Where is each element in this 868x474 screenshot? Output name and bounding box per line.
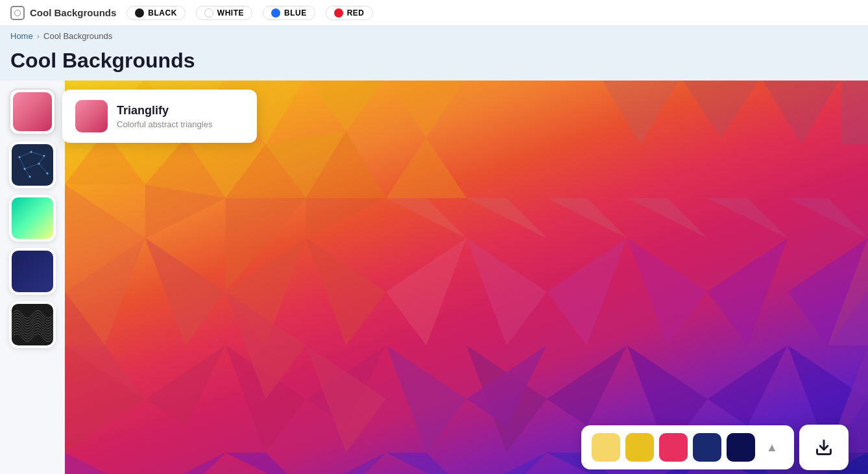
swatch-3[interactable] bbox=[693, 433, 721, 462]
main-content: Trianglify Colorful abstract triangles bbox=[0, 81, 868, 474]
palette-arrow[interactable]: ▲ bbox=[760, 436, 784, 459]
arrow-icon: ▲ bbox=[766, 441, 778, 455]
blue-dot bbox=[271, 8, 280, 18]
brand: Cool Backgrounds bbox=[10, 6, 116, 20]
sidebar-item-trianglify[interactable] bbox=[9, 88, 56, 135]
svg-marker-31 bbox=[306, 238, 386, 345]
svg-marker-77 bbox=[788, 198, 868, 238]
svg-line-13 bbox=[19, 157, 25, 169]
swatch-1[interactable] bbox=[625, 433, 654, 462]
color-filter-blue[interactable]: BLUE bbox=[263, 6, 315, 20]
tooltip-title: Trianglify bbox=[117, 104, 212, 118]
swatch-4[interactable] bbox=[727, 433, 755, 462]
svg-marker-48 bbox=[841, 81, 868, 144]
svg-marker-75 bbox=[627, 198, 708, 238]
swatch-2[interactable] bbox=[659, 433, 688, 462]
svg-marker-35 bbox=[306, 198, 386, 238]
svg-marker-70 bbox=[386, 345, 466, 453]
color-label-red: RED bbox=[347, 8, 365, 18]
svg-marker-74 bbox=[547, 198, 627, 238]
svg-marker-42 bbox=[145, 238, 226, 345]
black-dot bbox=[135, 8, 144, 18]
tooltip-description: Colorful abstract triangles bbox=[117, 119, 212, 129]
svg-marker-52 bbox=[707, 345, 788, 426]
svg-marker-64 bbox=[386, 238, 466, 345]
breadcrumb: Home › Cool Backgrounds bbox=[10, 31, 858, 41]
breadcrumb-home[interactable]: Home bbox=[10, 31, 33, 41]
sidebar: Trianglify Colorful abstract triangles bbox=[0, 81, 65, 474]
tooltip-thumb bbox=[75, 100, 108, 132]
svg-marker-57 bbox=[306, 453, 386, 474]
svg-line-9 bbox=[39, 156, 44, 164]
svg-marker-68 bbox=[707, 238, 788, 345]
brand-logo bbox=[10, 6, 25, 20]
svg-marker-46 bbox=[681, 81, 761, 138]
svg-line-7 bbox=[19, 152, 31, 157]
svg-marker-26 bbox=[386, 81, 466, 138]
page-title-area: Cool Backgrounds bbox=[0, 46, 868, 81]
white-dot bbox=[204, 8, 213, 18]
navbar: Cool Backgrounds BLACK WHITE BLUE RED bbox=[0, 0, 868, 26]
palette-swatches: ▲ bbox=[581, 425, 794, 469]
color-filter-black[interactable]: BLACK bbox=[127, 6, 186, 20]
svg-marker-58 bbox=[386, 453, 466, 474]
svg-marker-72 bbox=[386, 198, 466, 238]
sidebar-item-dark-blue[interactable] bbox=[9, 248, 56, 295]
palette-bar: ▲ bbox=[581, 425, 849, 470]
svg-marker-65 bbox=[466, 238, 547, 345]
svg-line-11 bbox=[39, 164, 47, 173]
page-title: Cool Backgrounds bbox=[10, 49, 858, 73]
svg-marker-27 bbox=[386, 138, 466, 198]
svg-marker-20 bbox=[306, 81, 386, 131]
download-icon bbox=[815, 438, 833, 456]
swatch-0[interactable] bbox=[592, 433, 620, 462]
svg-marker-47 bbox=[761, 81, 841, 144]
breadcrumb-current: Cool Backgrounds bbox=[43, 31, 112, 41]
svg-marker-66 bbox=[547, 238, 627, 345]
color-filter-red[interactable]: RED bbox=[326, 6, 373, 20]
sidebar-item-constellation[interactable] bbox=[9, 142, 56, 188]
svg-marker-67 bbox=[627, 238, 708, 345]
sidebar-item-wave[interactable] bbox=[9, 301, 56, 348]
color-filter-white[interactable]: WHITE bbox=[196, 6, 252, 20]
color-label-black: BLACK bbox=[148, 8, 177, 18]
svg-marker-55 bbox=[145, 453, 226, 474]
svg-line-12 bbox=[25, 169, 30, 177]
breadcrumb-separator: › bbox=[37, 31, 40, 41]
breadcrumb-area: Home › Cool Backgrounds bbox=[0, 26, 868, 46]
svg-marker-50 bbox=[547, 345, 627, 426]
svg-marker-37 bbox=[145, 345, 226, 426]
red-dot bbox=[334, 8, 343, 18]
svg-marker-73 bbox=[466, 198, 547, 238]
brand-name: Cool Backgrounds bbox=[30, 7, 116, 18]
sidebar-item-gradient[interactable] bbox=[9, 195, 56, 242]
tooltip-card: Trianglify Colorful abstract triangles bbox=[62, 90, 257, 143]
svg-marker-45 bbox=[600, 81, 681, 144]
color-label-blue: BLUE bbox=[284, 8, 307, 18]
tooltip-text: Trianglify Colorful abstract triangles bbox=[117, 104, 212, 129]
svg-marker-56 bbox=[226, 453, 306, 474]
svg-line-8 bbox=[31, 152, 44, 156]
svg-marker-54 bbox=[65, 453, 145, 474]
download-button[interactable] bbox=[799, 425, 849, 470]
color-label-white: WHITE bbox=[217, 8, 244, 18]
svg-line-10 bbox=[25, 164, 39, 169]
svg-marker-59 bbox=[466, 453, 547, 474]
svg-marker-76 bbox=[707, 198, 788, 238]
